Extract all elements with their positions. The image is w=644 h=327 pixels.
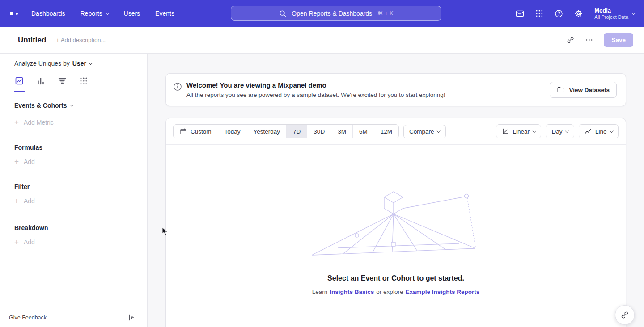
report-type-tabs [0,76,147,92]
add-filter-label: Add [24,197,35,205]
inbox-icon[interactable] [515,9,525,18]
insights-report-card: Custom Today Yesterday 7D 30D 3M 6M 12M … [165,118,626,327]
chevron-down-icon [437,129,441,133]
report-header: Untitled + Add description... Save [0,27,644,54]
chevron-down-icon [565,129,569,133]
nav-reports[interactable]: Reports [80,10,109,17]
chart-type-dropdown[interactable]: Line [579,124,619,138]
more-options-icon[interactable] [581,33,597,48]
sidebar-footer: Give Feedback [0,309,147,327]
folder-icon [557,86,565,94]
insights-basics-link[interactable]: Insights Basics [330,289,374,295]
range-custom-label: Custom [191,128,212,135]
add-metric-label: Add Metric [24,119,54,126]
empty-state-illustration [311,189,481,256]
report-header-actions: Save [563,33,633,48]
add-formula-button[interactable]: + Add [14,158,147,165]
report-toolbar: Custom Today Yesterday 7D 30D 3M 6M 12M … [166,118,626,144]
compare-label: Compare [409,128,434,135]
range-7d[interactable]: 7D [286,125,307,138]
plus-icon: + [14,159,19,165]
chevron-down-icon [610,129,613,133]
toolbar-right: Linear Day Line [496,124,619,138]
scale-dropdown[interactable]: Linear [496,124,541,138]
range-12m[interactable]: 12M [374,125,398,138]
logo-dot [16,13,18,15]
give-feedback-link[interactable]: Give Feedback [9,314,47,321]
chevron-down-icon [89,61,93,64]
add-metric-button[interactable]: + Add Metric [14,119,147,126]
main-content: Welcome! You are viewing a Mixpanel demo… [148,54,644,327]
add-formula-label: Add [24,158,35,165]
events-cohorts-label: Events & Cohorts [14,102,67,109]
example-insights-reports-link[interactable]: Example Insights Reports [405,289,479,295]
nav-events[interactable]: Events [155,10,174,17]
scale-label: Linear [513,128,530,135]
granularity-dropdown[interactable]: Day [546,124,574,138]
chevron-down-icon [632,11,636,14]
empty-state-links: Learn Insights Basics or explore Example… [166,289,626,295]
add-breakdown-button[interactable]: + Add [14,239,147,246]
primary-nav: Dashboards Reports Users Events [31,10,174,17]
plus-icon: + [14,239,19,245]
chevron-down-icon [105,11,109,14]
project-selector[interactable]: Media All Project Data [594,7,635,20]
empty-state-title: Select an Event or Cohort to get started… [166,274,626,282]
nav-dashboards[interactable]: Dashboards [31,10,65,17]
nav-users[interactable]: Users [124,10,140,17]
report-description-placeholder[interactable]: + Add description... [56,37,106,43]
range-3m[interactable]: 3M [331,125,352,138]
range-today[interactable]: Today [218,125,247,138]
tab-bar-report[interactable] [36,76,46,86]
analyze-by-dropdown[interactable]: User [72,60,92,67]
welcome-body: All the reports you see are powered by a… [186,92,445,98]
granularity-label: Day [551,128,562,135]
breakdown-section-header: Breakdown [14,224,147,231]
welcome-banner: Welcome! You are viewing a Mixpanel demo… [165,73,626,106]
funnel-icon [58,76,67,85]
project-name: Media [594,7,628,14]
active-tab-indicator [14,91,25,92]
date-range-segmented-control: Custom Today Yesterday 7D 30D 3M 6M 12M [173,124,399,138]
top-nav: Dashboards Reports Users Events Open Rep… [0,0,644,27]
linear-scale-icon [502,128,509,135]
tab-flows-report[interactable] [79,76,89,86]
copy-link-icon[interactable] [563,33,578,48]
help-icon[interactable] [554,9,564,18]
view-datasets-button[interactable]: View Datasets [550,82,617,98]
analyze-uniques-row: Analyze Uniques by User [14,60,147,67]
range-6m[interactable]: 6M [352,125,374,138]
save-button[interactable]: Save [604,33,633,47]
plus-icon: + [14,119,19,126]
project-subtitle: All Project Data [594,14,628,20]
middle-text: or explore [376,289,403,295]
events-cohorts-section-header[interactable]: Events & Cohorts [14,102,147,109]
range-yesterday[interactable]: Yesterday [247,125,287,138]
analyze-label: Analyze Uniques by [14,60,70,67]
mixpanel-logo[interactable] [10,12,18,15]
tab-insights[interactable] [14,76,24,86]
settings-gear-icon[interactable] [574,9,583,18]
search-shortcut: ⌘ + K [377,10,394,17]
link-icon [620,310,629,319]
insights-chart-icon [15,76,24,85]
tab-funnel-report[interactable] [57,76,67,86]
line-chart-icon [585,128,592,135]
range-custom[interactable]: Custom [174,125,218,138]
info-icon [173,82,182,91]
report-title[interactable]: Untitled [18,36,46,45]
breakdown-label: Breakdown [14,224,48,231]
plus-icon: + [14,198,19,204]
compare-button[interactable]: Compare [403,125,446,138]
collapse-sidebar-icon[interactable] [127,314,136,322]
chevron-down-icon [533,129,536,133]
apps-grid-icon[interactable] [535,9,544,18]
learn-prefix: Learn [312,289,328,295]
search-placeholder: Open Reports & Dashboards [292,10,372,17]
nav-reports-label: Reports [80,10,102,17]
add-filter-button[interactable]: + Add [14,197,147,205]
share-link-fab[interactable] [615,305,635,325]
range-30d[interactable]: 30D [307,125,331,138]
add-breakdown-label: Add [24,239,35,246]
global-search[interactable]: Open Reports & Dashboards ⌘ + K [231,6,441,21]
